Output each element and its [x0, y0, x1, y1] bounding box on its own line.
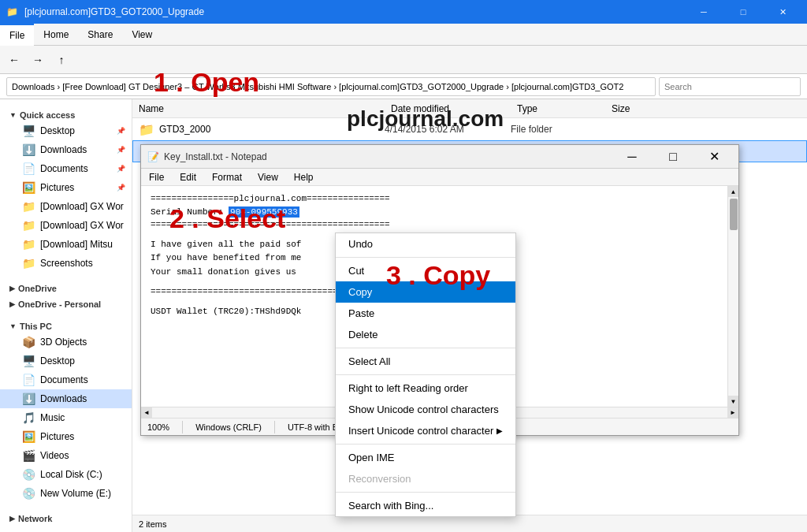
- quick-access-label: Quick access: [20, 110, 75, 120]
- hscroll-right[interactable]: ►: [727, 407, 738, 419]
- ribbon-tab-view[interactable]: View: [122, 24, 162, 46]
- folder-icon: 📁: [22, 219, 35, 232]
- close-button[interactable]: ✕: [764, 0, 801, 24]
- sidebar-item-mitsu[interactable]: 📁 [Download] Mitsu: [0, 235, 132, 254]
- forward-button[interactable]: →: [27, 49, 49, 71]
- this-pc-label: This PC: [20, 322, 52, 331]
- statusbar-line-endings: Windows (CRLF): [195, 422, 262, 432]
- ctx-select-all[interactable]: Select All: [336, 351, 515, 372]
- ctx-delete-label: Delete: [348, 329, 378, 340]
- sidebar-item-label: [Download] Mitsu: [40, 239, 113, 250]
- music-icon: 🎵: [22, 411, 35, 424]
- notepad-icon: 📝: [147, 151, 159, 162]
- sidebar: ▼ Quick access 🖥️ Desktop 📌 ⬇️ Downloads…: [0, 99, 132, 532]
- sidebar-item-label: Music: [40, 412, 65, 423]
- sidebar-item-desktop[interactable]: 🖥️ Desktop 📌: [0, 121, 132, 140]
- ctx-search-bing[interactable]: Search with Bing...: [336, 495, 515, 516]
- scroll-down-button[interactable]: ▼: [728, 396, 739, 407]
- sidebar-item-screenshots[interactable]: 📁 Screenshots: [0, 254, 132, 273]
- this-pc-header[interactable]: ▼ This PC: [0, 317, 132, 333]
- ctx-undo[interactable]: Undo: [336, 233, 515, 255]
- sidebar-item-desktop-pc[interactable]: 🖥️ Desktop: [0, 352, 132, 370]
- documents-icon: 📄: [22, 374, 35, 386]
- search-input[interactable]: [659, 77, 801, 96]
- folder-icon: 📁: [22, 238, 35, 251]
- sidebar-item-documents-quick[interactable]: 📄 Documents 📌: [0, 159, 132, 178]
- onedrive-personal-label: OneDrive - Personal: [18, 299, 101, 309]
- submenu-arrow-icon: ▶: [496, 426, 503, 435]
- statusbar-sep2: [274, 421, 275, 433]
- sidebar-item-gx1[interactable]: 📁 [Download] GX Wor: [0, 197, 132, 216]
- network-header[interactable]: ▶ Network: [0, 509, 132, 525]
- col-header-name[interactable]: Name: [139, 103, 391, 114]
- ctx-insert-unicode-label: Insert Unicode control character: [348, 425, 493, 437]
- ctx-paste[interactable]: Paste: [336, 303, 515, 324]
- title-bar-title: [plcjournal.com]GTD3_GOT2000_Upgrade: [24, 6, 204, 17]
- sidebar-item-documents-pc[interactable]: 📄 Documents: [0, 370, 132, 389]
- sidebar-item-label: Documents: [40, 374, 88, 385]
- folder-icon: 📁: [139, 122, 154, 137]
- notepad-title: Key_Install.txt - Notepad: [164, 151, 609, 162]
- ctx-insert-unicode[interactable]: Insert Unicode control character ▶: [336, 420, 515, 441]
- up-button[interactable]: ↑: [50, 49, 73, 71]
- ctx-cut-label: Cut: [348, 265, 364, 277]
- onedrive-personal-header[interactable]: ▶ OneDrive - Personal: [0, 295, 132, 311]
- notepad-menu-help[interactable]: Help: [286, 169, 322, 186]
- ctx-cut[interactable]: Cut: [336, 260, 515, 281]
- notepad-menu-format[interactable]: Format: [204, 169, 250, 186]
- maximize-button[interactable]: □: [725, 0, 761, 24]
- ribbon-tab-home[interactable]: Home: [34, 24, 78, 46]
- table-row[interactable]: 📁 GTD3_2000 4/14/2015 6:02 AM File folde…: [132, 118, 807, 140]
- videos-icon: 🎬: [22, 449, 35, 462]
- scroll-thumb[interactable]: [730, 199, 738, 230]
- notepad-menubar: File Edit Format View Help: [141, 169, 738, 186]
- sidebar-item-label: [Download] GX Wor: [40, 201, 124, 212]
- sidebar-item-videos[interactable]: 🎬 Videos: [0, 446, 132, 465]
- ctx-delete[interactable]: Delete: [336, 324, 515, 345]
- minimize-button[interactable]: ─: [686, 0, 722, 24]
- ctx-rtl[interactable]: Right to left Reading order: [336, 378, 515, 399]
- sidebar-item-new-volume[interactable]: 💿 New Volume (E:): [0, 484, 132, 503]
- ctx-open-ime[interactable]: Open IME: [336, 447, 515, 468]
- notepad-minimize[interactable]: ─: [614, 146, 650, 168]
- scroll-up-button[interactable]: ▲: [728, 186, 739, 197]
- ctx-show-unicode[interactable]: Show Unicode control characters: [336, 399, 515, 420]
- content-footer: 2 items: [132, 515, 807, 532]
- sidebar-item-pictures-pc[interactable]: 🖼️ Pictures: [0, 427, 132, 446]
- hscroll-left[interactable]: ◄: [141, 407, 152, 419]
- notepad-titlebar: 📝 Key_Install.txt - Notepad ─ □ ✕: [141, 145, 738, 169]
- address-bar: Downloads › [Free Download] GT Designer3…: [0, 74, 807, 99]
- onedrive-label: OneDrive: [18, 284, 57, 293]
- notepad-menu-edit[interactable]: Edit: [172, 169, 204, 186]
- toolbar: ← → ↑: [0, 46, 807, 74]
- onedrive-header[interactable]: ▶ OneDrive: [0, 279, 132, 295]
- notepad-menu-file[interactable]: File: [141, 169, 172, 186]
- sidebar-item-downloads-pc[interactable]: ⬇️ Downloads: [0, 389, 132, 408]
- sidebar-item-music[interactable]: 🎵 Music: [0, 408, 132, 427]
- notepad-close[interactable]: ✕: [696, 146, 732, 168]
- ctx-copy[interactable]: Copy: [336, 281, 515, 303]
- network-section: ▶ Network: [0, 506, 132, 528]
- notepad-maximize[interactable]: □: [655, 146, 691, 168]
- col-header-size[interactable]: Size: [612, 103, 675, 114]
- desktop-icon: 🖥️: [22, 125, 35, 137]
- sidebar-item-local-disk[interactable]: 💿 Local Disk (C:): [0, 465, 132, 484]
- quick-access-header[interactable]: ▼ Quick access: [0, 106, 132, 121]
- back-button[interactable]: ←: [3, 49, 25, 71]
- folder-icon: 📁: [22, 200, 35, 213]
- ctx-search-bing-label: Search with Bing...: [348, 500, 433, 512]
- address-path[interactable]: Downloads › [Free Download] GT Designer3…: [6, 77, 656, 96]
- ctx-sep3: [336, 374, 515, 375]
- col-header-date[interactable]: Date modified: [391, 103, 517, 114]
- col-header-type[interactable]: Type: [517, 103, 612, 114]
- ribbon-tab-share[interactable]: Share: [78, 24, 122, 46]
- sidebar-item-label: Local Disk (C:): [40, 469, 102, 480]
- notepad-menu-view[interactable]: View: [250, 169, 286, 186]
- sidebar-item-3d-objects[interactable]: 📦 3D Objects: [0, 333, 132, 352]
- sidebar-item-downloads-quick[interactable]: ⬇️ Downloads 📌: [0, 140, 132, 159]
- downloads-icon: ⬇️: [22, 392, 35, 405]
- ribbon-tab-file[interactable]: File: [0, 24, 34, 46]
- sidebar-item-gx2[interactable]: 📁 [Download] GX Wor: [0, 216, 132, 235]
- notepad-scrollbar[interactable]: ▲ ▼: [727, 186, 738, 407]
- sidebar-item-pictures-quick[interactable]: 🖼️ Pictures 📌: [0, 178, 132, 197]
